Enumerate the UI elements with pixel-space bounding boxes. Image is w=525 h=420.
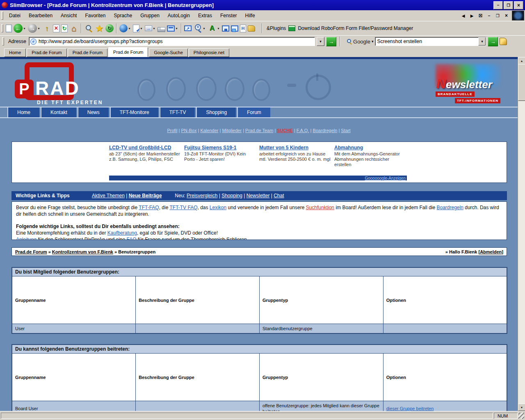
roboform-download-link[interactable]: Download RoboForm Form Filler/Password M… (298, 25, 413, 31)
refresh-button[interactable] (60, 23, 68, 34)
link[interactable]: F.A.Q. (297, 128, 309, 133)
toolbar-grip[interactable] (1, 11, 3, 20)
link[interactable]: Suchfunktion (306, 205, 334, 210)
home-button[interactable] (68, 23, 79, 34)
minimize-button[interactable] (493, 1, 503, 9)
menu-bearbeiten[interactable]: Bearbeiten (25, 11, 57, 20)
favorites-button[interactable] (94, 23, 105, 34)
link[interactable]: Boardregeln (313, 128, 337, 133)
link[interactable]: PN-Box (181, 128, 196, 133)
dropdown-arrow-icon[interactable] (152, 24, 156, 33)
menu-hilfe[interactable]: Hilfe (241, 11, 259, 20)
nav-tab-tft-monitore[interactable]: TFT-Monitore (110, 107, 158, 117)
browser-tab[interactable]: Home (4, 48, 26, 57)
vertical-scrollbar[interactable] (518, 57, 525, 411)
link[interactable]: Shopping (221, 193, 242, 199)
history-button[interactable] (105, 23, 114, 34)
resize-grip[interactable] (518, 413, 524, 419)
highlighter-icon[interactable] (500, 38, 507, 45)
dropdown-arrow-icon[interactable] (217, 24, 220, 33)
link[interactable]: SUCHE (277, 128, 293, 133)
toolbar-grip[interactable] (2, 37, 4, 46)
link[interactable]: Kalender (200, 128, 218, 133)
mdi-close-icon[interactable] (502, 12, 510, 19)
toolbar-grip[interactable] (1, 24, 3, 32)
search-button[interactable] (83, 23, 94, 34)
link[interactable]: Mitglieder (222, 128, 242, 133)
search-go-button[interactable] (488, 37, 498, 46)
zoom-button[interactable] (192, 23, 207, 34)
prad-logo[interactable]: P RAD DIE TFT EXPERTEN (12, 62, 107, 107)
link[interactable]: Chat (274, 193, 284, 199)
toggle-images-button[interactable] (221, 23, 230, 34)
dropdown-arrow-icon[interactable] (139, 24, 143, 33)
link[interactable]: Newsletter (247, 193, 270, 199)
new-page-button[interactable] (5, 23, 13, 34)
browser-tab[interactable]: Prad.de Forum (108, 47, 148, 57)
mdi-next-icon[interactable] (468, 12, 476, 19)
link[interactable]: Start (341, 128, 350, 133)
open-new-window-button[interactable] (183, 23, 192, 34)
address-input[interactable]: e http://www.prad.de/board/usergroups.ph… (29, 37, 315, 46)
link[interactable]: TFT-TV FAQ (169, 205, 197, 210)
link[interactable]: FAQ (127, 237, 137, 240)
toggle-scripts-button[interactable] (230, 23, 239, 34)
dropdown-arrow-icon[interactable] (23, 24, 26, 33)
nav-tab-tft-tv[interactable]: TFT-TV (160, 107, 195, 117)
link[interactable]: Prad.de Team (245, 128, 273, 133)
link[interactable]: Profil (167, 128, 177, 133)
link[interactable]: Kaufberatung (107, 230, 137, 236)
address-dropdown-button[interactable] (317, 37, 324, 46)
link[interactable]: Preisvergleich (187, 193, 217, 199)
link[interactable]: Abmelden (480, 249, 502, 254)
menu-fenster[interactable]: Fenster (216, 11, 241, 20)
send-button[interactable] (144, 23, 157, 34)
link[interactable]: dieser Gruppe beitreten (386, 406, 434, 411)
close-button[interactable] (514, 1, 523, 9)
google-ads-link[interactable]: Goooooogle-Anzeigen (365, 176, 407, 180)
mdi-close-all-icon[interactable] (477, 12, 484, 19)
link[interactable]: TFT-FAQ (139, 205, 159, 210)
search-engine-selector[interactable]: Google ▾ (347, 39, 373, 45)
up-button[interactable] (41, 23, 52, 34)
link[interactable]: Anleitung (16, 237, 37, 240)
dropdown-arrow-icon[interactable] (37, 24, 41, 33)
menu-sprache[interactable]: Sprache (110, 11, 136, 20)
capture-button[interactable] (166, 23, 179, 34)
link[interactable]: Lexikon (210, 205, 226, 210)
mdi-restore-icon[interactable] (494, 12, 502, 19)
menu-ansicht[interactable]: Ansicht (57, 11, 81, 20)
nav-tab-kontakt[interactable]: Kontakt (41, 107, 76, 117)
scrollbar-thumb[interactable] (518, 64, 525, 101)
link[interactable]: Kontrollzentrum von F.Bienk (52, 249, 113, 254)
ad-title-link[interactable]: Mutter von 5 Kindern (259, 145, 332, 151)
search-history-dropdown-button[interactable] (478, 37, 486, 46)
nav-tab-home[interactable]: Home (7, 107, 39, 117)
link[interactable]: Prad.de Forum (15, 249, 47, 254)
ad-title-link[interactable]: Abmahnung (334, 145, 407, 151)
link[interactable]: Boardregeln (437, 205, 463, 210)
nav-tab-news[interactable]: News (78, 107, 109, 117)
dropdown-arrow-icon[interactable] (202, 24, 206, 33)
mdi-minimize-icon[interactable] (485, 12, 493, 19)
forward-button[interactable] (27, 23, 41, 34)
scroll-down-button[interactable] (518, 404, 525, 411)
nav-tab-shopping[interactable]: Shopping (196, 107, 236, 117)
browser-tab[interactable]: Philognosie.net (189, 48, 229, 57)
menu-gruppen[interactable]: Gruppen (136, 11, 164, 20)
back-button[interactable] (13, 23, 27, 34)
browser-tab[interactable]: Google-Suche (149, 48, 187, 57)
roboform-button[interactable] (247, 23, 256, 34)
nav-tab-forum[interactable]: Forum (237, 107, 270, 117)
html-source-button[interactable] (239, 23, 247, 34)
print-button[interactable] (157, 23, 166, 34)
restore-button[interactable] (504, 1, 513, 9)
menu-datei[interactable]: Datei (5, 11, 25, 20)
link[interactable]: Aktive Themen (92, 193, 125, 199)
menu-favoriten[interactable]: Favoriten (81, 11, 110, 20)
ad-title-link[interactable]: Fujitsu Siemens S19-1 (184, 145, 257, 151)
form-fill-button[interactable] (132, 23, 144, 34)
newsletter-banner[interactable]: Newsletter BRANDAKTUELLE TFT-INFORMATION… (436, 66, 500, 106)
mdi-prev-icon[interactable] (459, 12, 467, 19)
scroll-up-button[interactable] (518, 57, 525, 64)
